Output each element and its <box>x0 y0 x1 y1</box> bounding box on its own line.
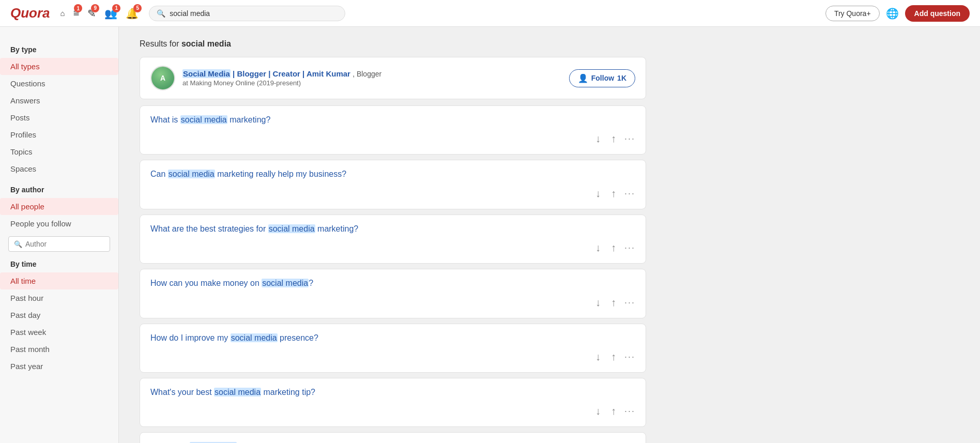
sidebar-item-profiles[interactable]: Profiles <box>0 126 118 143</box>
more-button-5[interactable]: ··· <box>624 352 635 362</box>
header: Quora ⌂ ≡ 1 ✎ 9 👥 1 🔔 5 🔍 Try Quora+ 🌐 A… <box>0 0 980 27</box>
question-link-4[interactable]: How can you make money on social media? <box>150 279 313 287</box>
people-nav[interactable]: 👥 1 <box>104 7 117 20</box>
author-search-input[interactable] <box>25 240 104 248</box>
write-badge: 9 <box>91 4 99 12</box>
sidebar-item-posts[interactable]: Posts <box>0 109 118 126</box>
more-button-6[interactable]: ··· <box>624 406 635 417</box>
sidebar: By type All types Questions Answers Post… <box>0 27 119 443</box>
home-icon: ⌂ <box>60 9 65 18</box>
profile-role: , Blogger <box>353 70 381 78</box>
question-actions-3: ↓ ↑ ··· <box>150 241 635 255</box>
page-body: By type All types Questions Answers Post… <box>0 27 980 443</box>
by-type-heading: By type <box>0 41 118 58</box>
sidebar-item-answers[interactable]: Answers <box>0 92 118 109</box>
follow-icon: 👤 <box>578 73 588 83</box>
upvote-button-1[interactable]: ↑ <box>609 132 618 146</box>
question-card-3: What are the best strategies for social … <box>140 215 646 264</box>
sidebar-item-topics[interactable]: Topics <box>0 143 118 160</box>
sidebar-item-people-you-follow[interactable]: People you follow <box>0 215 118 232</box>
feed-nav[interactable]: ≡ 1 <box>73 7 80 19</box>
more-button-2[interactable]: ··· <box>624 188 635 199</box>
question-card-4: How can you make money on social media? … <box>140 269 646 318</box>
highlight-5: social media <box>231 333 278 342</box>
question-actions-5: ↓ ↑ ··· <box>150 350 635 364</box>
highlight-2: social media <box>168 170 215 178</box>
downvote-button-3[interactable]: ↓ <box>593 241 603 255</box>
sidebar-item-past-hour[interactable]: Past hour <box>0 289 118 307</box>
question-actions-2: ↓ ↑ ··· <box>150 187 635 201</box>
highlight-4: social media <box>262 279 309 287</box>
question-link-2[interactable]: Can social media marketing really help m… <box>150 170 346 178</box>
profile-card: A Social Media | Blogger | Creator | Ami… <box>140 57 646 99</box>
question-card-6: What's your best social media marketing … <box>140 378 646 427</box>
more-button-1[interactable]: ··· <box>624 133 635 144</box>
results-header: Results for social media <box>140 39 646 49</box>
add-question-button[interactable]: Add question <box>905 5 970 22</box>
sidebar-item-past-day[interactable]: Past day <box>0 307 118 324</box>
question-card-1: What is social media marketing? ↓ ↑ ··· <box>140 105 646 155</box>
author-search-wrapper[interactable]: 🔍 <box>8 236 110 252</box>
author-search-icon: 🔍 <box>14 240 22 248</box>
upvote-button-2[interactable]: ↑ <box>609 187 618 201</box>
question-link-3[interactable]: What are the best strategies for social … <box>150 224 358 233</box>
people-badge: 1 <box>112 4 120 12</box>
search-input[interactable] <box>170 9 338 18</box>
header-right: Try Quora+ 🌐 Add question <box>825 5 970 22</box>
downvote-button-2[interactable]: ↓ <box>593 187 603 201</box>
sidebar-item-all-time[interactable]: All time <box>0 272 118 289</box>
sidebar-item-past-week[interactable]: Past week <box>0 324 118 341</box>
results-search-term: social media <box>181 39 231 48</box>
downvote-button-1[interactable]: ↓ <box>593 132 603 146</box>
sidebar-item-all-types[interactable]: All types <box>0 58 118 75</box>
language-icon[interactable]: 🌐 <box>886 7 899 20</box>
write-nav[interactable]: ✎ 9 <box>87 7 96 20</box>
by-author-heading: By author <box>0 181 118 198</box>
upvote-button-3[interactable]: ↑ <box>609 241 618 255</box>
profile-left: A Social Media | Blogger | Creator | Ami… <box>150 66 381 90</box>
downvote-button-5[interactable]: ↓ <box>593 350 603 364</box>
home-nav[interactable]: ⌂ <box>60 9 65 18</box>
question-card-2: Can social media marketing really help m… <box>140 160 646 209</box>
question-link-6[interactable]: What's your best social media marketing … <box>150 388 315 396</box>
profile-info: Social Media | Blogger | Creator | Amit … <box>182 69 381 87</box>
more-button-3[interactable]: ··· <box>624 242 635 253</box>
downvote-button-4[interactable]: ↓ <box>593 296 603 310</box>
notifications-nav[interactable]: 🔔 5 <box>126 7 139 20</box>
question-card-5: How do I improve my social media presenc… <box>140 324 646 373</box>
sidebar-item-all-people[interactable]: All people <box>0 198 118 215</box>
sidebar-item-spaces[interactable]: Spaces <box>0 160 118 177</box>
upvote-button-4[interactable]: ↑ <box>609 296 618 310</box>
sidebar-item-questions[interactable]: Questions <box>0 75 118 92</box>
upvote-button-6[interactable]: ↑ <box>609 404 618 418</box>
question-link-5[interactable]: How do I improve my social media presenc… <box>150 333 318 342</box>
main-content: Results for social media A Social Media … <box>119 27 667 443</box>
try-plus-button[interactable]: Try Quora+ <box>825 6 880 21</box>
highlight-1: social media <box>180 115 227 124</box>
nav-icons: ⌂ ≡ 1 ✎ 9 👥 1 🔔 5 <box>60 7 139 20</box>
upvote-button-5[interactable]: ↑ <box>609 350 618 364</box>
quora-logo: Quora <box>10 5 50 21</box>
profile-subtitle: at Making Money Online (2019-present) <box>182 79 381 87</box>
follow-label: Follow <box>591 74 614 82</box>
highlight-6: social media <box>214 388 261 396</box>
more-button-4[interactable]: ··· <box>624 297 635 308</box>
question-actions-1: ↓ ↑ ··· <box>150 132 635 146</box>
follow-count: 1K <box>617 74 626 82</box>
question-card-7: How does social media affect our lives? … <box>140 432 646 443</box>
highlight-3: social media <box>268 224 315 233</box>
results-prefix: Results for <box>140 39 181 48</box>
question-link-1[interactable]: What is social media marketing? <box>150 115 270 124</box>
question-actions-6: ↓ ↑ ··· <box>150 404 635 418</box>
follow-button[interactable]: 👤 Follow 1K <box>569 69 635 87</box>
bell-badge: 5 <box>133 4 142 12</box>
profile-name[interactable]: Social Media | Blogger | Creator | Amit … <box>182 69 381 78</box>
sidebar-item-past-month[interactable]: Past month <box>0 341 118 358</box>
by-time-heading: By time <box>0 256 118 272</box>
search-bar[interactable]: 🔍 <box>149 6 345 21</box>
sidebar-item-past-year[interactable]: Past year <box>0 358 118 375</box>
search-icon: 🔍 <box>157 9 165 18</box>
feed-badge: 1 <box>74 4 82 12</box>
avatar: A <box>150 66 175 90</box>
downvote-button-6[interactable]: ↓ <box>593 404 603 418</box>
